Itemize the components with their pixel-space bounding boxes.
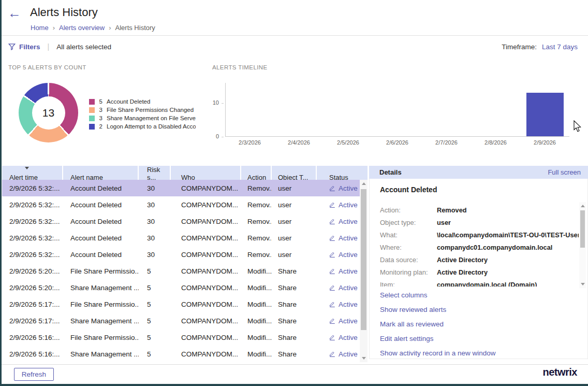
details-field-row: Item:companydomain.local (Domain) bbox=[380, 278, 579, 287]
table-row[interactable]: 2/9/2026 5:16:...Share Management ...5CO… bbox=[2, 346, 360, 362]
details-panel-body: Account Deleted Action:RemovedObject typ… bbox=[369, 179, 588, 359]
cell-risk: 30 bbox=[139, 218, 171, 225]
back-arrow-icon[interactable]: ← bbox=[8, 6, 21, 20]
cell-risk: 30 bbox=[139, 234, 171, 242]
cell-status[interactable]: Active bbox=[317, 234, 360, 242]
legend-label: Share Management on File Server bbox=[107, 115, 196, 121]
netwrix-logo: netwrix bbox=[542, 366, 577, 378]
timeline-bar bbox=[526, 93, 564, 136]
table-row[interactable]: 2/9/2026 5:32:...Account Deleted30COMPAN… bbox=[2, 230, 360, 246]
legend-swatch bbox=[89, 116, 95, 121]
details-panel-title: Details bbox=[379, 168, 402, 176]
cell-risk: 30 bbox=[139, 201, 171, 209]
cell-status[interactable]: Active bbox=[317, 350, 360, 358]
details-field-label: Item: bbox=[380, 281, 437, 287]
edit-pencil-icon bbox=[329, 202, 335, 208]
cell-name: Account Deleted bbox=[63, 251, 139, 259]
details-scrollbar[interactable] bbox=[579, 202, 586, 288]
filters-group: Filters | All alerts selected bbox=[8, 42, 111, 51]
table-row[interactable]: 2/9/2026 5:32:...Account Deleted30COMPAN… bbox=[2, 180, 360, 196]
details-action-link[interactable]: Mark all as reviewed bbox=[380, 317, 496, 331]
table-row[interactable]: 2/9/2026 5:20:...File Share Permissio...… bbox=[2, 263, 360, 279]
scrollbar-down-icon[interactable] bbox=[362, 357, 366, 360]
cell-status[interactable]: Active bbox=[317, 267, 360, 275]
cell-status[interactable]: Active bbox=[317, 218, 360, 225]
details-field-label: Data source: bbox=[380, 256, 437, 264]
breadcrumb-item[interactable]: Home bbox=[31, 24, 49, 32]
edit-pencil-icon bbox=[329, 318, 335, 324]
window-bottom-border bbox=[0, 384, 588, 386]
table-row[interactable]: 2/9/2026 5:20:...Share Management ...5CO… bbox=[2, 279, 360, 296]
cell-time: 2/9/2026 5:17:... bbox=[2, 317, 63, 325]
table-row[interactable]: 2/9/2026 5:32:...Account Deleted30COMPAN… bbox=[2, 246, 360, 263]
details-action-link[interactable]: Edit alert settings bbox=[380, 331, 496, 346]
cell-name: Account Deleted bbox=[63, 218, 139, 225]
fullscreen-link[interactable]: Full screen bbox=[548, 168, 581, 176]
status-label: Active bbox=[339, 284, 358, 292]
cell-name: File Share Permissio... bbox=[63, 267, 139, 275]
timeline-yaxis: 010 bbox=[206, 83, 224, 137]
filters-button[interactable]: Filters bbox=[19, 43, 40, 51]
status-label: Active bbox=[339, 201, 358, 209]
table-row[interactable]: 2/9/2026 5:16:...File Share Permissio...… bbox=[2, 329, 360, 346]
table-row[interactable]: 2/9/2026 5:17:...Share Management ...5CO… bbox=[2, 312, 360, 329]
cell-status[interactable]: Active bbox=[317, 251, 360, 259]
cell-risk: 30 bbox=[139, 184, 171, 192]
status-label: Active bbox=[339, 218, 358, 225]
details-scrollbar-thumb[interactable] bbox=[580, 210, 585, 248]
cell-object: Share bbox=[272, 301, 317, 308]
timeline-bars bbox=[226, 83, 569, 136]
cell-action: Modifi... bbox=[241, 334, 272, 341]
timeline-xlabels: 2/3/20262/4/20262/5/20262/6/20262/7/2026… bbox=[225, 139, 569, 146]
top-alerts-donut-chart: 13 bbox=[19, 83, 78, 142]
scrollbar-up-icon[interactable] bbox=[581, 205, 585, 207]
cell-action: Modifi... bbox=[241, 350, 272, 358]
cell-who: COMPANYDOM... bbox=[171, 334, 241, 341]
edit-pencil-icon bbox=[329, 301, 335, 307]
scrollbar-up-icon[interactable] bbox=[362, 182, 366, 185]
legend-swatch bbox=[89, 99, 95, 105]
details-field-row: Where:companydc01.companydomain.local bbox=[380, 241, 579, 253]
cell-action: Remov... bbox=[241, 201, 272, 209]
x-tick-label: 2/8/2026 bbox=[471, 139, 520, 146]
cell-risk: 5 bbox=[139, 284, 171, 292]
details-links: Select columnsShow reviewed alertsMark a… bbox=[380, 288, 496, 360]
cell-status[interactable]: Active bbox=[317, 201, 360, 209]
timeframe-value-link[interactable]: Last 7 days bbox=[542, 43, 578, 51]
cell-action: Modifi... bbox=[241, 267, 272, 275]
details-field-label: What: bbox=[380, 231, 437, 239]
legend-swatch bbox=[89, 107, 95, 113]
cell-status[interactable]: Active bbox=[317, 284, 360, 292]
table-scrollbar[interactable] bbox=[360, 180, 368, 362]
refresh-button[interactable]: Refresh bbox=[14, 368, 54, 381]
details-action-link[interactable]: Select columns bbox=[380, 288, 496, 302]
cell-status[interactable]: Active bbox=[317, 317, 360, 325]
cell-status[interactable]: Active bbox=[317, 184, 360, 192]
cell-who: COMPANYDOM... bbox=[171, 301, 241, 308]
cell-object: Share bbox=[272, 334, 317, 341]
edit-pencil-icon bbox=[329, 268, 335, 274]
details-action-link[interactable]: Show reviewed alerts bbox=[380, 302, 496, 317]
details-field-value: companydomain.local (Domain) bbox=[437, 281, 537, 287]
legend-count: 5 bbox=[98, 98, 102, 105]
cell-name: File Share Permissio... bbox=[63, 301, 139, 308]
cell-time: 2/9/2026 5:16:... bbox=[2, 350, 63, 358]
donut-chart-title: TOP 5 ALERTS BY COUNT bbox=[8, 64, 86, 70]
y-tick-label: 0 bbox=[216, 133, 219, 139]
table-row[interactable]: 2/9/2026 5:32:...Account Deleted30COMPAN… bbox=[2, 196, 360, 213]
cell-status[interactable]: Active bbox=[317, 334, 360, 341]
details-action-link[interactable]: Show activity record in a new window bbox=[380, 346, 496, 360]
table-row[interactable]: 2/9/2026 5:32:...Account Deleted30COMPAN… bbox=[2, 213, 360, 230]
breadcrumb-item[interactable]: Alerts overview bbox=[59, 24, 105, 32]
table-scrollbar-thumb[interactable] bbox=[361, 189, 366, 330]
cell-status[interactable]: Active bbox=[317, 301, 360, 308]
table-row[interactable]: 2/9/2026 5:17:...File Share Permissio...… bbox=[2, 296, 360, 312]
details-field-row: What:\local\companydomain\TEST-OU-0\TEST… bbox=[380, 228, 579, 241]
details-field-label: Object type: bbox=[380, 219, 437, 226]
x-tick-label: 2/5/2026 bbox=[324, 139, 373, 146]
details-panel: Details Full screen Account Deleted Acti… bbox=[369, 166, 588, 359]
scrollbar-down-icon[interactable] bbox=[581, 283, 585, 285]
x-tick-label: 2/3/2026 bbox=[225, 139, 274, 146]
edit-pencil-icon bbox=[329, 235, 335, 241]
x-tick-label: 2/6/2026 bbox=[373, 139, 422, 146]
